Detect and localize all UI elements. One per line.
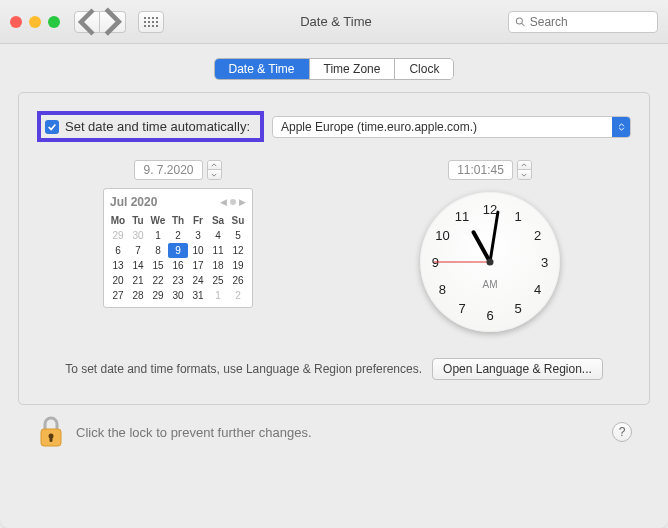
calendar-day[interactable]: 14 — [128, 258, 148, 273]
calendar-day[interactable]: 17 — [188, 258, 208, 273]
ntp-server-select[interactable]: Apple Europe (time.euro.apple.com.) — [272, 116, 631, 138]
calendar-day[interactable]: 15 — [148, 258, 168, 273]
second-hand — [434, 262, 490, 263]
tab-bar: Date & Time Time Zone Clock — [18, 58, 650, 80]
clock-num-11: 11 — [455, 208, 469, 223]
calendar-dow: Tu — [128, 213, 148, 228]
date-field[interactable]: 9. 7.2020 — [134, 160, 202, 180]
close-icon[interactable] — [10, 16, 22, 28]
clock-num-7: 7 — [458, 301, 465, 316]
calendar-day[interactable]: 7 — [128, 243, 148, 258]
clock-num-3: 3 — [541, 255, 548, 270]
time-step-down[interactable] — [518, 170, 531, 179]
content-panel: Set date and time automatically: Apple E… — [18, 92, 650, 405]
svg-line-1 — [522, 23, 525, 26]
calendar-day[interactable]: 26 — [228, 273, 248, 288]
calendar-day[interactable]: 27 — [108, 288, 128, 303]
analog-clock: 12 1 2 3 4 5 6 7 8 9 10 11 AM — [420, 192, 560, 332]
calendar-day[interactable]: 19 — [228, 258, 248, 273]
calendar-day[interactable]: 29 — [148, 288, 168, 303]
dropdown-arrow-icon — [612, 117, 630, 137]
calendar-day[interactable]: 6 — [108, 243, 128, 258]
grid-icon — [144, 17, 158, 27]
calendar-day[interactable]: 10 — [188, 243, 208, 258]
window-title: Date & Time — [172, 14, 500, 29]
titlebar: Date & Time — [0, 0, 668, 44]
tab-time-zone[interactable]: Time Zone — [310, 59, 396, 79]
clock-num-6: 6 — [486, 308, 493, 323]
calendar-day[interactable]: 22 — [148, 273, 168, 288]
calendar-dow: Th — [168, 213, 188, 228]
date-step-up[interactable] — [208, 161, 221, 170]
clock-ampm: AM — [483, 279, 498, 290]
clock-num-10: 10 — [435, 228, 449, 243]
calendar-day[interactable]: 4 — [208, 228, 228, 243]
calendar-day[interactable]: 2 — [228, 288, 248, 303]
minute-hand — [489, 210, 500, 262]
search-input[interactable] — [530, 15, 651, 29]
calendar-day[interactable]: 5 — [228, 228, 248, 243]
calendar-day[interactable]: 9 — [168, 243, 188, 258]
calendar-day[interactable]: 16 — [168, 258, 188, 273]
calendar-day[interactable]: 13 — [108, 258, 128, 273]
calendar-day[interactable]: 1 — [208, 288, 228, 303]
calendar-dow: Fr — [188, 213, 208, 228]
tab-clock[interactable]: Clock — [395, 59, 453, 79]
time-field[interactable]: 11:01:45 — [448, 160, 513, 180]
clock-num-5: 5 — [514, 301, 521, 316]
auto-datetime-checkbox[interactable] — [45, 120, 59, 134]
minimize-icon[interactable] — [29, 16, 41, 28]
calendar-day[interactable]: 20 — [108, 273, 128, 288]
auto-datetime-highlight: Set date and time automatically: — [37, 111, 264, 142]
calendar-dow: Mo — [108, 213, 128, 228]
calendar-dow: Su — [228, 213, 248, 228]
calendar-day[interactable]: 25 — [208, 273, 228, 288]
calendar-prev-icon[interactable]: ◀ — [220, 197, 227, 207]
calendar-day[interactable]: 30 — [168, 288, 188, 303]
search-icon — [515, 16, 526, 28]
calendar-day[interactable]: 21 — [128, 273, 148, 288]
auto-datetime-label: Set date and time automatically: — [65, 119, 250, 134]
calendar-day[interactable]: 24 — [188, 273, 208, 288]
calendar-day[interactable]: 31 — [188, 288, 208, 303]
calendar-day[interactable]: 30 — [128, 228, 148, 243]
calendar-today-icon[interactable] — [230, 199, 236, 205]
calendar-day[interactable]: 11 — [208, 243, 228, 258]
time-step-up[interactable] — [518, 161, 531, 170]
window-controls — [10, 16, 60, 28]
lock-text: Click the lock to prevent further change… — [76, 425, 312, 440]
calendar-day[interactable]: 23 — [168, 273, 188, 288]
calendar[interactable]: Jul 2020 ◀ ▶ MoTuWeThFrSaSu2930123456789… — [103, 188, 253, 308]
calendar-day[interactable]: 1 — [148, 228, 168, 243]
calendar-day[interactable]: 8 — [148, 243, 168, 258]
calendar-dow: We — [148, 213, 168, 228]
ntp-server-value: Apple Europe (time.euro.apple.com.) — [281, 120, 477, 134]
calendar-next-icon[interactable]: ▶ — [239, 197, 246, 207]
clock-num-2: 2 — [534, 228, 541, 243]
calendar-day[interactable]: 28 — [128, 288, 148, 303]
open-language-region-button[interactable]: Open Language & Region... — [432, 358, 603, 380]
clock-center — [487, 259, 494, 266]
svg-point-0 — [516, 17, 522, 23]
search-field[interactable] — [508, 11, 658, 33]
help-button[interactable]: ? — [612, 422, 632, 442]
format-hint: To set date and time formats, use Langua… — [65, 362, 422, 376]
calendar-day[interactable]: 3 — [188, 228, 208, 243]
calendar-day[interactable]: 2 — [168, 228, 188, 243]
lock-icon[interactable] — [36, 415, 66, 449]
calendar-day[interactable]: 29 — [108, 228, 128, 243]
clock-num-8: 8 — [439, 281, 446, 296]
zoom-icon[interactable] — [48, 16, 60, 28]
date-stepper: 9. 7.2020 — [134, 160, 221, 180]
svg-rect-4 — [50, 437, 53, 442]
back-button[interactable] — [74, 11, 100, 33]
time-stepper: 11:01:45 — [448, 160, 532, 180]
forward-button[interactable] — [100, 11, 126, 33]
date-step-down[interactable] — [208, 170, 221, 179]
clock-num-1: 1 — [514, 208, 521, 223]
calendar-day[interactable]: 12 — [228, 243, 248, 258]
calendar-dow: Sa — [208, 213, 228, 228]
tab-date-time[interactable]: Date & Time — [215, 59, 310, 79]
calendar-day[interactable]: 18 — [208, 258, 228, 273]
show-all-button[interactable] — [138, 11, 164, 33]
